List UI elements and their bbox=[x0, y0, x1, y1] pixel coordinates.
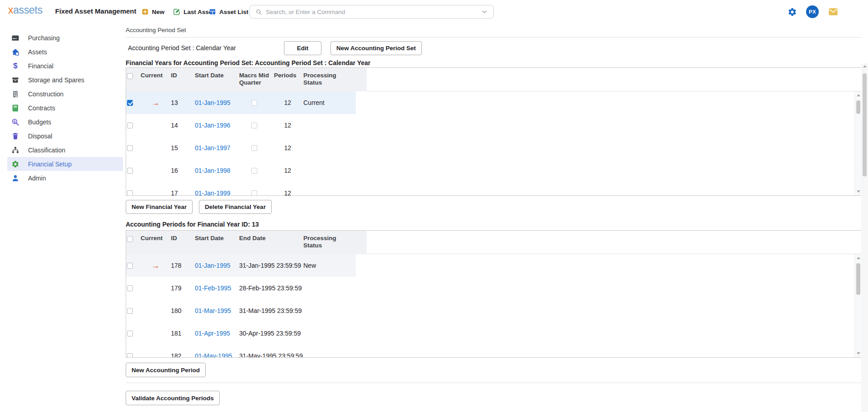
sidebar-item-classification[interactable]: Classification bbox=[0, 143, 126, 157]
table-row[interactable]: 179 01-Feb-1995 28-Feb-1995 23:59:59 bbox=[126, 277, 356, 299]
scroll-down-arrow[interactable] bbox=[857, 352, 860, 355]
building-icon bbox=[11, 90, 19, 98]
app-title: Fixed Asset Management bbox=[55, 7, 137, 15]
row-checkbox-cell bbox=[126, 91, 141, 114]
mail-icon[interactable] bbox=[827, 7, 839, 17]
macrs-cell bbox=[239, 182, 274, 196]
macrs-checkbox[interactable] bbox=[251, 100, 257, 106]
start-date-link[interactable]: 01-Jan-1998 bbox=[195, 167, 231, 174]
search-icon bbox=[255, 9, 262, 15]
storage-box-icon bbox=[11, 76, 19, 84]
accounting-periods-title: Accounting Periods for Financial Year ID… bbox=[126, 221, 868, 229]
scroll-down-arrow[interactable] bbox=[857, 190, 860, 193]
column-header-processing-status: Processing Status bbox=[303, 231, 367, 254]
sidebar-item-purchasing[interactable]: Purchasing bbox=[0, 31, 126, 45]
table-row[interactable]: 181 01-Apr-1995 30-Apr-1995 23:59:59 bbox=[126, 322, 356, 345]
new-accounting-period-button[interactable]: New Accounting Period bbox=[126, 363, 206, 377]
start-date-link[interactable]: 01-Feb-1995 bbox=[195, 284, 231, 292]
select-all-checkbox[interactable] bbox=[127, 236, 133, 242]
macrs-checkbox[interactable] bbox=[251, 190, 257, 196]
start-date-link[interactable]: 01-Jan-1996 bbox=[195, 122, 231, 129]
table-row[interactable]: → 13 01-Jan-1995 12 Current bbox=[126, 91, 356, 114]
macrs-checkbox[interactable] bbox=[251, 168, 257, 174]
column-header-id: ID bbox=[171, 68, 195, 91]
sidebar-label: Budgets bbox=[28, 118, 51, 126]
sidebar-item-financial[interactable]: $ Financial bbox=[0, 59, 126, 73]
edit-pencil-icon bbox=[173, 8, 180, 15]
dollar-icon: $ bbox=[11, 62, 19, 70]
start-date-cell: 01-Mar-1995 bbox=[195, 299, 239, 322]
chevron-down-icon[interactable] bbox=[481, 9, 488, 15]
edit-button[interactable]: Edit bbox=[284, 41, 321, 55]
validate-accounting-periods-button[interactable]: Validate Accounting Periods bbox=[126, 391, 220, 405]
table-row[interactable]: 180 01-Mar-1995 31-Mar-1995 23:59:59 bbox=[126, 299, 356, 322]
column-header-end-date: End Date bbox=[239, 231, 303, 254]
scroll-up-arrow[interactable] bbox=[863, 65, 867, 67]
start-date-link[interactable]: 01-Jan-1997 bbox=[195, 144, 231, 152]
scroll-up-arrow[interactable] bbox=[857, 94, 860, 96]
asset-list-button[interactable]: Asset List bbox=[209, 6, 249, 18]
start-date-link[interactable]: 01-Jan-1999 bbox=[195, 189, 231, 196]
scroll-up-arrow[interactable] bbox=[857, 257, 860, 259]
current-cell bbox=[141, 277, 171, 299]
column-header-start-date: Start Date bbox=[195, 231, 239, 254]
status-cell bbox=[303, 159, 356, 182]
row-checkbox[interactable] bbox=[127, 123, 133, 128]
sidebar-item-contracts[interactable]: Contracts bbox=[0, 101, 126, 115]
table-row[interactable]: 15 01-Jan-1997 12 bbox=[126, 137, 356, 159]
new-asset-button[interactable]: New bbox=[142, 6, 165, 18]
table-row[interactable]: 14 01-Jan-1996 12 bbox=[126, 114, 356, 137]
start-date-link[interactable]: 01-May-1995 bbox=[195, 352, 232, 358]
sidebar-item-assets[interactable]: Assets bbox=[0, 45, 126, 59]
macrs-checkbox[interactable] bbox=[251, 123, 257, 128]
start-date-cell: 01-Jan-1998 bbox=[195, 159, 239, 182]
select-all-checkbox[interactable] bbox=[127, 73, 133, 79]
macrs-cell bbox=[239, 137, 274, 159]
new-financial-year-button[interactable]: New Financial Year bbox=[126, 200, 193, 214]
row-checkbox[interactable] bbox=[127, 168, 133, 174]
sidebar-item-budgets[interactable]: Budgets bbox=[0, 115, 126, 129]
row-checkbox[interactable] bbox=[127, 190, 133, 196]
row-checkbox[interactable] bbox=[127, 145, 133, 151]
start-date-cell: 01-May-1995 bbox=[195, 345, 239, 358]
table-row[interactable]: 17 01-Jan-1999 12 bbox=[126, 182, 356, 196]
financial-years-title: Financial Years for Accounting Period Se… bbox=[126, 59, 868, 67]
last-asset-button[interactable]: Last Asset bbox=[173, 6, 214, 18]
scrollbar-thumb[interactable] bbox=[863, 73, 867, 176]
start-date-link[interactable]: 01-Jan-1995 bbox=[195, 262, 231, 269]
start-date-link[interactable]: 01-Jan-1995 bbox=[195, 99, 231, 106]
periods-cell: 12 bbox=[274, 114, 303, 137]
row-checkbox[interactable] bbox=[127, 353, 133, 358]
sidebar-item-disposal[interactable]: Disposal bbox=[0, 129, 126, 143]
row-checkbox[interactable] bbox=[127, 263, 133, 269]
status-cell bbox=[303, 277, 356, 299]
settings-gear-icon[interactable] bbox=[788, 7, 797, 17]
table-row[interactable]: 16 01-Jan-1998 12 bbox=[126, 159, 356, 182]
column-header-macrs: Macrs Mid Quarter bbox=[239, 68, 274, 91]
sidebar-item-financial-setup[interactable]: Financial Setup bbox=[7, 157, 123, 171]
column-header-processing-status: Processing Status bbox=[303, 68, 367, 91]
period-set-row: Accounting Period Set : Calendar Year Ed… bbox=[126, 41, 868, 55]
book-icon bbox=[11, 104, 19, 112]
scrollbar-thumb[interactable] bbox=[856, 263, 860, 295]
row-checkbox[interactable] bbox=[127, 308, 133, 314]
column-header-current: Current bbox=[141, 68, 171, 91]
sidebar-item-construction[interactable]: Construction bbox=[0, 87, 126, 101]
start-date-link[interactable]: 01-Apr-1995 bbox=[195, 330, 230, 337]
sidebar-item-admin[interactable]: Admin bbox=[0, 171, 126, 185]
sidebar-label: Disposal bbox=[28, 133, 52, 140]
row-checkbox[interactable] bbox=[127, 331, 133, 336]
table-row[interactable]: 182 01-May-1995 31-May-1995 23:59:59 bbox=[126, 345, 356, 358]
start-date-link[interactable]: 01-Mar-1995 bbox=[195, 307, 231, 314]
search-input[interactable] bbox=[266, 9, 477, 15]
row-checkbox[interactable] bbox=[127, 100, 133, 106]
table-row[interactable]: → 178 01-Jan-1995 31-Jan-1995 23:59:59 N… bbox=[126, 254, 356, 277]
user-avatar[interactable]: PX bbox=[806, 5, 819, 18]
sidebar-item-storage-and-spares[interactable]: Storage and Spares bbox=[0, 73, 126, 87]
row-checkbox[interactable] bbox=[127, 285, 133, 291]
new-accounting-period-set-button[interactable]: New Accounting Period Set bbox=[330, 41, 422, 55]
logo-x: x bbox=[8, 4, 13, 16]
scrollbar-thumb[interactable] bbox=[856, 100, 860, 114]
macrs-checkbox[interactable] bbox=[251, 145, 257, 151]
delete-financial-year-button[interactable]: Delete Financial Year bbox=[199, 200, 272, 214]
